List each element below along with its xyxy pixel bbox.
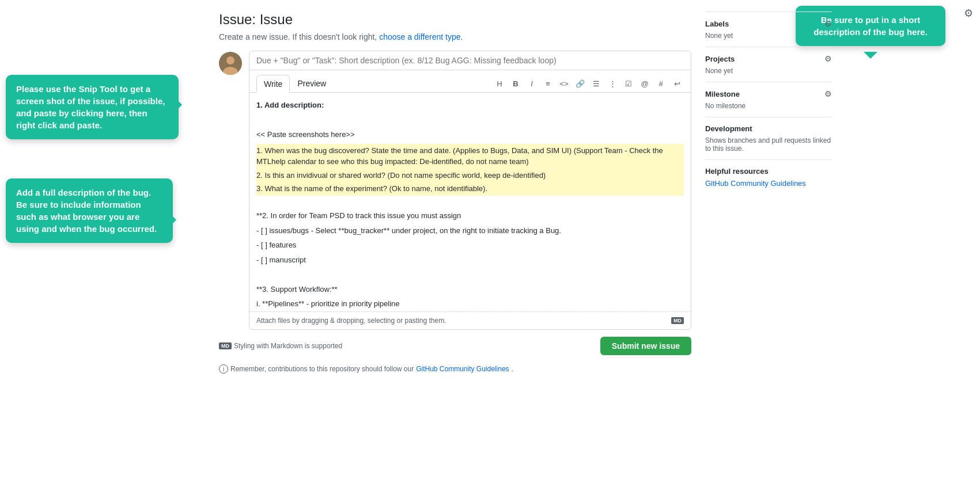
helpful-resources-section: Helpful resources GitHub Community Guide… — [705, 159, 832, 195]
editor-line14: i. **Pipelines** - prioritize in priorit… — [256, 298, 684, 310]
page-title: Issue: Issue — [219, 12, 691, 28]
projects-gear-icon[interactable]: ⚙ — [824, 54, 832, 63]
ordered-list-icon[interactable]: ⋮ — [606, 77, 619, 90]
attach-area[interactable]: Attach files by dragging & dropping, sel… — [249, 311, 691, 329]
unordered-list-icon[interactable]: ☰ — [589, 77, 603, 90]
editor-line9: - [ ] issues/bugs - Select **bug_tracker… — [256, 225, 684, 237]
issue-form-row: Write Preview H B I ≡ <> 🔗 ☰ ⋮ ☑ — [219, 51, 691, 330]
write-tab[interactable]: Write — [256, 75, 290, 93]
footer-note: i Remember, contributions to this reposi… — [219, 364, 691, 374]
editor-tabs: Write Preview H B I ≡ <> 🔗 ☰ ⋮ ☑ — [249, 70, 691, 93]
task-list-icon[interactable]: ☑ — [622, 77, 635, 90]
projects-title: Projects — [705, 55, 735, 63]
mention-icon[interactable]: @ — [638, 77, 652, 90]
labels-header: Labels ⚙ — [705, 19, 832, 28]
markdown-icon: MD — [671, 317, 684, 324]
projects-section: Projects ⚙ None yet — [705, 47, 832, 82]
md-badge: MD — [219, 342, 232, 349]
helpful-resources-title: Helpful resources — [705, 167, 832, 176]
attach-label: Attach files by dragging & dropping, sel… — [256, 317, 447, 325]
create-description: Create a new issue. If this doesn't look… — [219, 32, 691, 41]
milestone-section: Milestone ⚙ No milestone — [705, 82, 832, 117]
submit-button[interactable]: Submit new issue — [600, 337, 691, 355]
editor-line2 — [256, 115, 684, 126]
markdown-note: MD Styling with Markdown is supported — [219, 342, 342, 350]
title-input[interactable] — [249, 51, 691, 70]
development-title: Development — [705, 124, 832, 133]
undo-icon[interactable]: ↩ — [670, 77, 684, 90]
avatar — [219, 52, 242, 75]
projects-header: Projects ⚙ — [705, 54, 832, 63]
editor-line1: 1. Add description: — [256, 100, 684, 111]
ref-icon[interactable]: # — [654, 77, 668, 90]
editor-line10: - [ ] features — [256, 239, 684, 251]
editor-line7 — [256, 196, 684, 207]
editor-body[interactable]: 1. Add description: << Paste screenshots… — [249, 93, 691, 311]
choose-type-link[interactable]: choose a different type. — [379, 32, 463, 41]
projects-value: None yet — [705, 67, 832, 75]
community-guidelines-link[interactable]: GitHub Community Guidelines — [416, 365, 509, 373]
editor-line13: **3. Support Workflow:** — [256, 284, 684, 295]
highlight-line4: 1. When was the bug discovered? State th… — [256, 144, 684, 169]
heading-icon[interactable]: H — [493, 77, 506, 90]
avatar-image — [219, 52, 242, 75]
milestone-gear-icon[interactable]: ⚙ — [824, 89, 832, 98]
milestone-header: Milestone ⚙ — [705, 89, 832, 98]
toolbar-icons: H B I ≡ <> 🔗 ☰ ⋮ ☑ @ # ↩ — [493, 77, 684, 90]
highlight-line6: 3. What is the name of the experiment? (… — [256, 182, 684, 196]
italic-icon[interactable]: I — [525, 77, 539, 90]
sidebar: Labels ⚙ None yet Projects ⚙ None yet Mi… — [705, 12, 832, 374]
milestone-value: No milestone — [705, 102, 832, 110]
editor-line12 — [256, 269, 684, 280]
highlight-line5: 2. Is this an invidivual or shared world… — [256, 169, 684, 182]
issue-form: Issue: Issue Create a new issue. If this… — [219, 12, 691, 374]
svg-point-1 — [226, 56, 234, 64]
labels-gear-icon[interactable]: ⚙ — [824, 19, 832, 28]
development-section: Development Shows branches and pull requ… — [705, 117, 832, 159]
code-icon[interactable]: <> — [557, 77, 571, 90]
labels-title: Labels — [705, 20, 729, 28]
preview-tab[interactable]: Preview — [290, 75, 334, 92]
helpful-resources-link[interactable]: GitHub Community Guidelines — [705, 179, 806, 188]
development-desc: Shows branches and pull requests linked … — [705, 136, 832, 153]
labels-section: Labels ⚙ None yet — [705, 12, 832, 47]
form-footer: MD Styling with Markdown is supported Su… — [219, 337, 691, 355]
editor-line3: << Paste screenshots here>> — [256, 129, 684, 140]
tabs-left: Write Preview — [256, 75, 334, 92]
labels-value: None yet — [705, 32, 832, 40]
bold-icon[interactable]: B — [509, 77, 523, 90]
list-icon[interactable]: ≡ — [541, 77, 555, 90]
issue-input-area: Write Preview H B I ≡ <> 🔗 ☰ ⋮ ☑ — [249, 51, 691, 330]
link-icon[interactable]: 🔗 — [573, 77, 587, 90]
editor-line8: **2. In order for Team PSD to track this… — [256, 210, 684, 222]
milestone-title: Milestone — [705, 90, 740, 98]
editor-line11: - [ ] manuscript — [256, 254, 684, 266]
info-icon: i — [219, 364, 228, 374]
